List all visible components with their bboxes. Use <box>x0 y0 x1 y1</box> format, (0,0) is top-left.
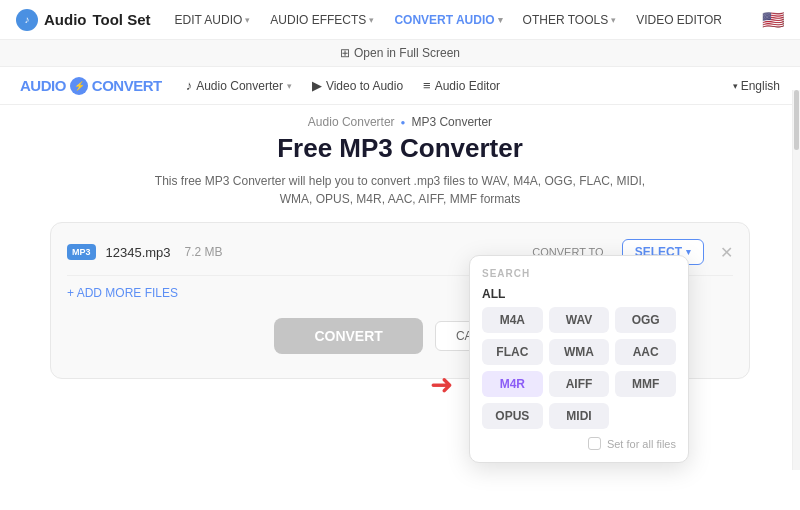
page-description: This free MP3 Converter will help you to… <box>150 172 650 208</box>
sub-nav-links: ♪ Audio Converter ▾ ▶ Video to Audio ≡ A… <box>186 78 500 93</box>
nav-audio-effects[interactable]: AUDIO EFFECTS ▾ <box>262 9 382 31</box>
format-dropdown: SEARCH ALL M4A WAV OGG FLAC WMA AAC ➜ M4… <box>469 255 689 463</box>
add-more-label: + ADD MORE FILES <box>67 286 178 300</box>
brand-suffix: CONVERT <box>92 77 162 94</box>
editor-icon: ≡ <box>423 78 431 93</box>
fullscreen-icon: ⊞ <box>340 46 350 60</box>
format-wav[interactable]: WAV <box>549 307 610 333</box>
site-logo[interactable]: ♪ Audio Tool Set <box>16 9 151 31</box>
nav-video-editor[interactable]: VIDEO EDITOR <box>628 9 730 31</box>
nav-other-tools[interactable]: OTHER TOOLS ▾ <box>515 9 625 31</box>
chevron-icon: ▾ <box>733 81 738 91</box>
format-flac[interactable]: FLAC <box>482 339 543 365</box>
logo-text: Audio <box>44 11 87 28</box>
format-ogg[interactable]: OGG <box>615 307 676 333</box>
sub-nav-audio-editor[interactable]: ≡ Audio Editor <box>423 78 500 93</box>
brand-icon: ⚡ <box>70 77 88 95</box>
logo-icon: ♪ <box>16 9 38 31</box>
format-aiff[interactable]: AIFF <box>549 371 610 397</box>
scrollbar[interactable] <box>792 90 800 470</box>
format-wma[interactable]: WMA <box>549 339 610 365</box>
convert-button[interactable]: CONVERT <box>274 318 422 354</box>
chevron-icon: ▾ <box>611 15 616 25</box>
chevron-down-icon: ▾ <box>686 247 691 257</box>
logo-suffix: Tool Set <box>93 11 151 28</box>
format-aac[interactable]: AAC <box>615 339 676 365</box>
m4r-row: ➜ M4R <box>482 371 543 397</box>
page-title: Free MP3 Converter <box>40 133 760 164</box>
scrollbar-thumb <box>794 90 799 150</box>
upload-area: MP3 12345.mp3 7.2 MB CONVERT TO SELECT ▾… <box>50 222 750 379</box>
chevron-icon: ▾ <box>498 15 503 25</box>
chevron-down-icon: ▾ <box>287 81 292 91</box>
format-mmf[interactable]: MMF <box>615 371 676 397</box>
format-m4r[interactable]: M4R <box>482 371 543 397</box>
sub-nav-video-to-audio[interactable]: ▶ Video to Audio <box>312 78 403 93</box>
search-label: SEARCH <box>482 268 676 279</box>
chevron-icon: ▾ <box>245 15 250 25</box>
brand-text: AUDIO <box>20 77 66 94</box>
sub-nav-audio-converter[interactable]: ♪ Audio Converter ▾ <box>186 78 292 93</box>
chevron-icon: ▾ <box>369 15 374 25</box>
top-nav: ♪ Audio Tool Set EDIT AUDIO ▾ AUDIO EFFE… <box>0 0 800 40</box>
sub-nav: AUDIO ⚡ CONVERT ♪ Audio Converter ▾ ▶ Vi… <box>0 67 800 105</box>
main-content: Free MP3 Converter This free MP3 Convert… <box>0 133 800 379</box>
set-all-checkbox[interactable] <box>588 437 601 450</box>
file-size: 7.2 MB <box>185 245 223 259</box>
language-flag[interactable]: 🇺🇸 <box>762 9 784 31</box>
nav-links: EDIT AUDIO ▾ AUDIO EFFECTS ▾ CONVERT AUD… <box>167 9 746 31</box>
set-for-all-row: Set for all files <box>482 437 676 450</box>
all-formats-button[interactable]: ALL <box>482 287 676 301</box>
video-icon: ▶ <box>312 78 322 93</box>
red-arrow: ➜ <box>430 368 453 401</box>
format-midi[interactable]: MIDI <box>549 403 610 429</box>
format-opus[interactable]: OPUS <box>482 403 543 429</box>
file-type-badge: MP3 <box>67 244 96 260</box>
nav-edit-audio[interactable]: EDIT AUDIO ▾ <box>167 9 259 31</box>
format-m4a[interactable]: M4A <box>482 307 543 333</box>
nav-convert-audio[interactable]: CONVERT AUDIO ▾ <box>386 9 510 31</box>
breadcrumb-separator: ● <box>401 118 406 127</box>
set-all-label: Set for all files <box>607 438 676 450</box>
language-selector[interactable]: ▾ English <box>733 79 780 93</box>
breadcrumb: Audio Converter ● MP3 Converter <box>0 105 800 133</box>
remove-file-button[interactable]: ✕ <box>720 243 733 262</box>
file-name: 12345.mp3 <box>106 245 171 260</box>
fullscreen-label: Open in Full Screen <box>354 46 460 60</box>
file-row: MP3 12345.mp3 7.2 MB CONVERT TO SELECT ▾… <box>67 239 733 276</box>
breadcrumb-current: MP3 Converter <box>411 115 492 129</box>
format-grid: M4A WAV OGG FLAC WMA AAC ➜ M4R AIFF MMF … <box>482 307 676 429</box>
breadcrumb-parent[interactable]: Audio Converter <box>308 115 395 129</box>
brand-logo: AUDIO ⚡ CONVERT <box>20 77 162 95</box>
music-icon: ♪ <box>186 78 193 93</box>
fullscreen-bar[interactable]: ⊞ Open in Full Screen <box>0 40 800 67</box>
